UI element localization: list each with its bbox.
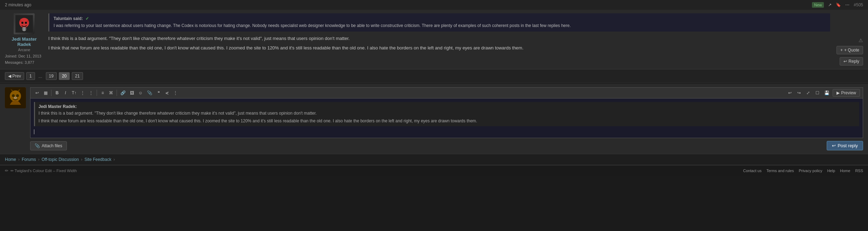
toolbar-bold-btn[interactable]: B (53, 89, 61, 96)
post-container: 2 minutes ago New ↗ 🔖 ⋯ #505 (0, 0, 868, 69)
messages-label: Messages: (5, 60, 23, 64)
breadcrumb-off-topic[interactable]: Off-topic Discussion (42, 157, 79, 162)
user-sidebar: Jedi Master Radek Arcane Joined: Dec 11,… (5, 13, 43, 66)
avatar (14, 13, 35, 34)
toolbar-expand-btn[interactable]: ⤢ (804, 89, 812, 96)
avatar-image (15, 15, 33, 33)
toolbar-undo-btn[interactable]: ↩ (33, 89, 41, 96)
footer-privacy[interactable]: Privacy policy (799, 169, 822, 173)
prev-button[interactable]: ◀ Prev (5, 72, 24, 80)
toolbar-table-btn[interactable]: ⋞ (163, 89, 171, 96)
editor-toolbar: ↩ ▦ B I T↑ ⋮ ⋮ ≡ ⌘ 🔗 🖼 ☺ 📎 ❝ ⋞ ⋮ (30, 87, 863, 98)
quote-button[interactable]: + + Quote (836, 46, 863, 54)
post-line-2: I think that new forum are less readable… (48, 45, 830, 52)
editor-quoted-line2: I think that new forum are less readable… (39, 118, 856, 124)
post-timestamp: 2 minutes ago (5, 2, 31, 7)
breadcrumb-site-feedback[interactable]: Site Feedback (84, 157, 111, 162)
toolbar-image-btn[interactable]: 🖼 (128, 89, 136, 96)
toolbar-more3-btn[interactable]: ⋮ (172, 89, 179, 96)
toolbar-attach-btn[interactable]: 📎 (145, 89, 154, 96)
new-badge[interactable]: New (812, 2, 824, 8)
toolbar-fullscreen-btn[interactable]: ☐ (813, 89, 821, 96)
more-icon[interactable]: ⋯ (845, 2, 849, 7)
theme-label: ✏ Twiglard's Colour Edit -- Fixed Width (11, 169, 77, 173)
share-icon[interactable]: ↗ (828, 2, 832, 7)
toolbar-quote-btn[interactable]: ❝ (155, 89, 162, 96)
toolbar-link-btn[interactable]: 🔗 (119, 89, 127, 96)
editor-box[interactable]: Jedi Master Radek: I think this is a bad… (30, 98, 863, 138)
ellipsis: ... (37, 74, 44, 79)
post-reply-button[interactable]: ↩ Post reply (827, 141, 863, 150)
page-20-button[interactable]: 20 (59, 72, 70, 80)
toolbar-more2-btn[interactable]: ⋮ (87, 89, 95, 96)
svg-point-4 (21, 22, 23, 24)
toolbar-align-left-btn[interactable]: ≡ (99, 89, 106, 96)
editor-cursor-area[interactable] (34, 129, 859, 134)
footer-right: Contact us Terms and rules Privacy polic… (743, 169, 863, 173)
user-name[interactable]: Jedi Master Radek (5, 36, 43, 47)
breadcrumb-sep-2: › (38, 157, 40, 162)
svg-point-11 (12, 94, 15, 97)
reply-icon: ↩ (843, 59, 847, 64)
post-header-actions: New ↗ 🔖 ⋯ #505 (812, 2, 863, 8)
toolbar-sep-2 (97, 90, 97, 96)
user-meta: Joined: Dec 11, 2013 Messages: 3,877 (5, 53, 43, 66)
toolbar-heading-btn[interactable]: T↑ (70, 89, 78, 96)
toolbar-more1-btn[interactable]: ⋮ (79, 89, 86, 96)
preview-button[interactable]: ▶ Preview (833, 89, 860, 97)
report-icon[interactable]: ⚠ (859, 38, 863, 43)
post-number: #505 (854, 2, 863, 7)
post-header: 2 minutes ago New ↗ 🔖 ⋯ #505 (0, 0, 868, 10)
breadcrumb-forums[interactable]: Forums (22, 157, 36, 162)
post-body: Jedi Master Radek Arcane Joined: Dec 11,… (0, 10, 868, 69)
page-19-button[interactable]: 19 (46, 72, 57, 80)
post-line-1: I think this is a bad argument. "They do… (48, 35, 830, 42)
user-title: Arcane (5, 48, 43, 52)
quote-block: Taluntain said: ✓ I was referring to you… (48, 13, 830, 32)
toolbar-right: ↩ ↪ ⤢ ☐ 💾 ▶ Preview (786, 89, 860, 97)
reply-button[interactable]: ↩ Reply (840, 57, 863, 66)
toolbar-emoji-btn[interactable]: ☺ (137, 89, 144, 96)
breadcrumb-home[interactable]: Home (5, 157, 16, 162)
toolbar-italic-btn[interactable]: I (62, 89, 69, 96)
post-content: Taluntain said: ✓ I was referring to you… (48, 13, 830, 66)
breadcrumb-sep-4: › (113, 157, 115, 162)
breadcrumb: Home › Forums › Off-topic Discussion › S… (0, 154, 868, 165)
svg-point-5 (25, 22, 27, 24)
toolbar-draft-btn[interactable]: 💾 (822, 89, 831, 96)
toolbar-align-center-btn[interactable]: ⌘ (107, 89, 115, 96)
cursor (34, 129, 34, 134)
editor-main: ↩ ▦ B I T↑ ⋮ ⋮ ≡ ⌘ 🔗 🖼 ☺ 📎 ❝ ⋞ ⋮ (30, 87, 863, 150)
toolbar-sep-1 (51, 90, 51, 96)
preview-icon: ▶ (836, 90, 840, 95)
editor-quoted-author: Jedi Master Radek: (39, 104, 856, 109)
attach-icon: 📎 (35, 143, 40, 148)
toolbar-sep-3 (117, 90, 117, 96)
bookmark-icon[interactable]: 🔖 (836, 2, 841, 7)
reply-editor: ↩ ▦ B I T↑ ⋮ ⋮ ≡ ⌘ 🔗 🖼 ☺ 📎 ❝ ⋞ ⋮ (0, 84, 868, 154)
pencil-icon: ✏ (5, 168, 8, 173)
editor-bottom: 📎 Attach files ↩ Post reply (30, 141, 863, 150)
editor-avatar (5, 87, 26, 108)
page-21-button[interactable]: 21 (72, 72, 83, 80)
joined-date: Dec 11, 2013 (19, 54, 41, 58)
footer-help[interactable]: Help (827, 169, 835, 173)
footer-home[interactable]: Home (840, 169, 850, 173)
footer-contact[interactable]: Contact us (743, 169, 762, 173)
footer-rss[interactable]: RSS (855, 169, 863, 173)
page-1-button[interactable]: 1 (26, 72, 35, 80)
editor-row: ↩ ▦ B I T↑ ⋮ ⋮ ≡ ⌘ 🔗 🖼 ☺ 📎 ❝ ⋞ ⋮ (5, 87, 863, 150)
breadcrumb-sep-1: › (18, 157, 20, 162)
toolbar-source-btn[interactable]: ▦ (42, 89, 49, 96)
breadcrumb-sep-3: › (81, 157, 82, 162)
footer-terms[interactable]: Terms and rules (766, 169, 794, 173)
post-side-actions: ⚠ + + Quote ↩ Reply (835, 13, 863, 66)
editor-quoted-block: Jedi Master Radek: I think this is a bad… (34, 102, 859, 126)
attach-files-button[interactable]: 📎 Attach files (30, 141, 67, 150)
toolbar-undo2-btn[interactable]: ↩ (786, 89, 794, 96)
toolbar-redo-btn[interactable]: ↪ (795, 89, 803, 96)
joined-label: Joined: (5, 54, 17, 58)
verified-icon: ✓ (85, 16, 89, 21)
send-icon: ↩ (832, 143, 836, 148)
messages-count: 3,877 (25, 60, 34, 64)
